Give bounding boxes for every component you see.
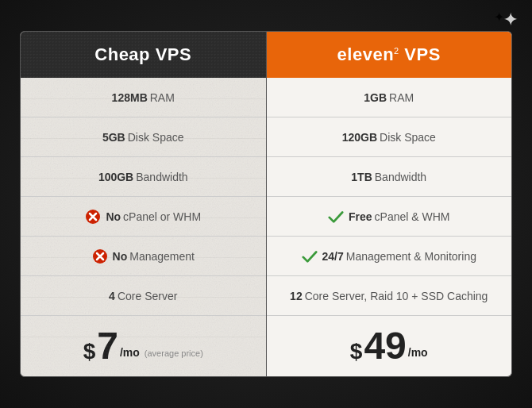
cheap-price-number: 7 [97, 327, 118, 365]
eleven-sup: 2 [394, 46, 399, 56]
eleven-price-mo: /mo [408, 346, 428, 359]
cheap-vps-header: Cheap VPS [21, 32, 266, 78]
cheap-disk-value: 5GB [102, 131, 125, 144]
eleven-bandwidth-label: Bandwidth [375, 171, 426, 183]
eleven-core-row: 12 Core Server, Raid 10 + SSD Caching [267, 276, 512, 316]
eleven-price-row: $ 49 /mo [267, 316, 512, 376]
check-icon [328, 209, 344, 225]
cheap-cpanel-no: No [106, 210, 121, 223]
cheap-ram-value: 128MB [112, 91, 148, 104]
cheap-vps-title: Cheap VPS [94, 44, 191, 64]
cheap-price-row: $ 7 /mo (average price) [21, 316, 266, 376]
eleven-ram-row: 1GB RAM [267, 78, 512, 117]
cheap-vps-features: 128MB RAM 5GB Disk Space 100GB Bandwidth [21, 78, 266, 376]
cheap-disk-label: Disk Space [128, 131, 184, 144]
cheap-vps-card: Cheap VPS 128MB RAM 5GB Disk Space 100GB… [20, 31, 267, 377]
cheap-ram-row: 128MB RAM [21, 78, 266, 117]
eleven-price-dollar: $ [350, 339, 363, 364]
eleven-core-value: 12 [290, 290, 303, 302]
eleven-vps-features: 1GB RAM 120GB Disk Space 1TB Bandwidth [267, 78, 512, 376]
eleven-core-label: Core Server, Raid 10 + SSD Caching [305, 290, 488, 302]
eleven-bandwidth-row: 1TB Bandwidth [267, 157, 512, 197]
cheap-bandwidth-row: 100GB Bandwidth [21, 157, 266, 197]
eleven-ram-value: 1GB [364, 91, 387, 104]
eleven-vps-header: eleven2 VPS [267, 32, 512, 78]
cheap-bandwidth-value: 100GB [98, 171, 133, 183]
eleven-ram-label: RAM [389, 91, 414, 104]
cheap-core-label: Core Server [118, 290, 177, 302]
cross-icon-2 [92, 248, 108, 264]
cheap-price-dollar: $ [83, 339, 96, 364]
cheap-price-note: (average price) [145, 348, 203, 358]
eleven-vps-title: eleven2 VPS [337, 44, 441, 64]
cheap-ram-label: RAM [150, 91, 175, 104]
eleven-mgmt-label: Management & Monitoring [346, 250, 476, 263]
eleven-vps-card: eleven2 VPS 1GB RAM 120GB Disk Space 1TB… [267, 31, 513, 377]
eleven-cpanel-label: cPanel & WHM [375, 210, 450, 223]
comparison-container: Cheap VPS 128MB RAM 5GB Disk Space 100GB… [20, 31, 512, 377]
cheap-cpanel-label: cPanel or WHM [123, 210, 201, 223]
eleven-price-number: 49 [364, 327, 406, 365]
cheap-disk-row: 5GB Disk Space [21, 117, 266, 157]
cross-icon [85, 209, 101, 225]
sparkle-decoration: ✦ [494, 10, 518, 33]
eleven-mgmt-247: 24/7 [322, 250, 344, 263]
cheap-mgmt-no: No [113, 250, 128, 263]
cheap-bandwidth-label: Bandwidth [136, 171, 187, 183]
eleven-management-row: 24/7 Management & Monitoring [267, 237, 512, 276]
cheap-mgmt-label: Management [129, 250, 195, 263]
check-icon-2 [302, 248, 318, 264]
eleven-disk-row: 120GB Disk Space [267, 117, 512, 157]
eleven-cpanel-free: Free [349, 210, 372, 223]
cheap-management-row: No Management [21, 237, 266, 276]
eleven-bandwidth-value: 1TB [351, 171, 372, 183]
cheap-core-row: 4 Core Server [21, 276, 266, 316]
eleven-disk-value: 120GB [342, 131, 377, 144]
cheap-price-mo: /mo [120, 346, 140, 359]
cheap-core-value: 4 [109, 290, 115, 302]
eleven-disk-label: Disk Space [380, 131, 436, 144]
eleven-cpanel-row: Free cPanel & WHM [267, 197, 512, 237]
cheap-cpanel-row: No cPanel or WHM [21, 197, 266, 237]
